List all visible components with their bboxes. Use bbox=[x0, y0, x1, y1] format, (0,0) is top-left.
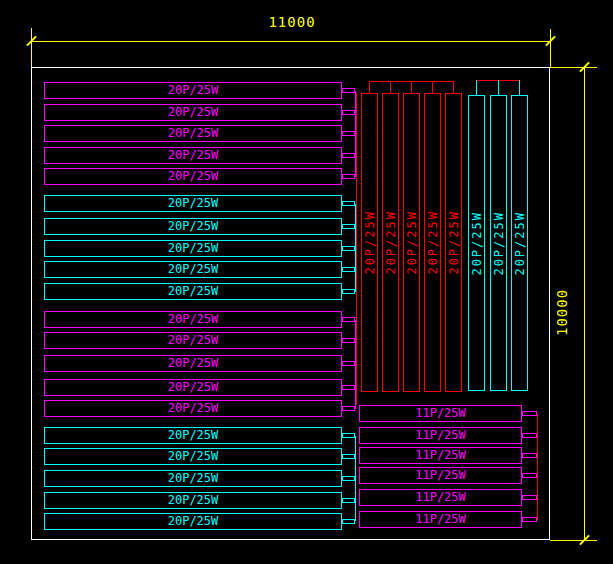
connector-stub bbox=[342, 385, 355, 390]
panel-column-label: 20P/25W bbox=[363, 210, 377, 275]
top-dimension-label: 11000 bbox=[259, 14, 325, 30]
cad-drawing-canvas: 11000 10000 20P/25W20P/25W20P/25W20P/25W… bbox=[0, 0, 613, 564]
panel-row-bar: 20P/25W bbox=[44, 261, 342, 278]
panel-row-bar: 20P/25W bbox=[44, 240, 342, 257]
connector-stub bbox=[522, 433, 537, 438]
panel-row-bar: 20P/25W bbox=[44, 513, 342, 530]
connector-stub bbox=[342, 246, 355, 251]
panel-column-label: 20P/25W bbox=[405, 210, 419, 275]
top-dimension-extension-right bbox=[550, 29, 551, 67]
panel-row-bar: 20P/25W bbox=[44, 195, 342, 212]
panel-column-label: 20P/25W bbox=[513, 211, 527, 276]
panel-row-bar: 20P/25W bbox=[44, 448, 342, 465]
right-dimension-extension-bottom bbox=[550, 540, 597, 541]
panel-row-bar: 20P/25W bbox=[44, 218, 342, 235]
connector-stub bbox=[342, 88, 355, 93]
connector-stub bbox=[342, 201, 355, 206]
panel-row-bar: 20P/25W bbox=[44, 82, 342, 99]
string-bus-drop bbox=[498, 80, 499, 95]
panel-row-bar: 20P/25W bbox=[44, 427, 342, 444]
panel-column-label: 20P/25W bbox=[470, 211, 484, 276]
connector-stub bbox=[342, 317, 355, 322]
connector-stub bbox=[342, 289, 355, 294]
panel-row-bar: 11P/25W bbox=[359, 427, 522, 444]
panel-row-bar: 20P/25W bbox=[44, 492, 342, 509]
right-dimension-label: 10000 bbox=[554, 276, 570, 336]
connector-stub bbox=[342, 433, 355, 438]
connector-stub bbox=[342, 519, 355, 524]
panel-row-bar: 20P/25W bbox=[44, 104, 342, 121]
panel-row-bar: 20P/25W bbox=[44, 332, 342, 349]
panel-row-bar: 20P/25W bbox=[44, 147, 342, 164]
panel-column-bar: 20P/25W bbox=[424, 93, 441, 392]
panel-column-bar: 20P/25W bbox=[511, 95, 528, 391]
connector-stub bbox=[342, 498, 355, 503]
connector-stub bbox=[342, 361, 355, 366]
panel-row-bar: 20P/25W bbox=[44, 400, 342, 417]
panel-row-bar: 11P/25W bbox=[359, 489, 522, 506]
panel-row-bar: 20P/25W bbox=[44, 379, 342, 396]
panel-column-bar: 20P/25W bbox=[361, 93, 378, 392]
string-bus-drop bbox=[519, 80, 520, 95]
panel-column-bar: 20P/25W bbox=[445, 93, 462, 392]
panel-row-bar: 20P/25W bbox=[44, 355, 342, 372]
connector-stub bbox=[342, 224, 355, 229]
connector-stub bbox=[522, 411, 537, 416]
panel-row-bar: 20P/25W bbox=[44, 470, 342, 487]
string-bus-drop bbox=[476, 80, 477, 95]
connector-stub bbox=[342, 338, 355, 343]
connector-stub bbox=[342, 110, 355, 115]
string-bus-drop bbox=[390, 81, 391, 93]
connector-stub bbox=[342, 267, 355, 272]
connector-stub bbox=[342, 454, 355, 459]
panel-row-bar: 11P/25W bbox=[359, 467, 522, 484]
panel-column-bar: 20P/25W bbox=[490, 95, 507, 391]
top-dimension-extension-left bbox=[31, 28, 32, 67]
connector-stub bbox=[342, 406, 355, 411]
panel-row-bar: 20P/25W bbox=[44, 311, 342, 328]
panel-row-bar: 20P/25W bbox=[44, 283, 342, 300]
connector-stub bbox=[522, 495, 537, 500]
string-bus-drop bbox=[369, 81, 370, 93]
panel-row-bar: 11P/25W bbox=[359, 511, 522, 528]
connector-stub bbox=[522, 517, 537, 522]
panel-column-bar: 20P/25W bbox=[382, 93, 399, 392]
string-bus-drop bbox=[432, 81, 433, 93]
right-dimension-line bbox=[584, 67, 585, 540]
string-bus-drop bbox=[411, 81, 412, 93]
panel-column-label: 20P/25W bbox=[426, 210, 440, 275]
panel-row-bar: 20P/25W bbox=[44, 168, 342, 185]
bottom-group-rail bbox=[537, 414, 538, 520]
connector-stub bbox=[342, 174, 355, 179]
panel-column-label: 20P/25W bbox=[384, 210, 398, 275]
connector-stub bbox=[342, 131, 355, 136]
group-connector-rail bbox=[355, 436, 356, 522]
connector-stub bbox=[522, 453, 537, 458]
string-bus-drop bbox=[453, 81, 454, 93]
connector-stub bbox=[342, 476, 355, 481]
connector-stub bbox=[522, 473, 537, 478]
panel-column-label: 20P/25W bbox=[492, 211, 506, 276]
right-dimension-extension-top bbox=[550, 67, 597, 68]
panel-column-label: 20P/25W bbox=[447, 210, 461, 275]
panel-column-bar: 20P/25W bbox=[468, 95, 485, 391]
panel-column-bar: 20P/25W bbox=[403, 93, 420, 392]
top-dimension-line bbox=[31, 41, 550, 42]
panel-row-bar: 20P/25W bbox=[44, 125, 342, 142]
panel-row-bar: 11P/25W bbox=[359, 405, 522, 422]
panel-row-bar: 11P/25W bbox=[359, 447, 522, 464]
feeder-line bbox=[356, 93, 357, 405]
connector-stub bbox=[342, 153, 355, 158]
